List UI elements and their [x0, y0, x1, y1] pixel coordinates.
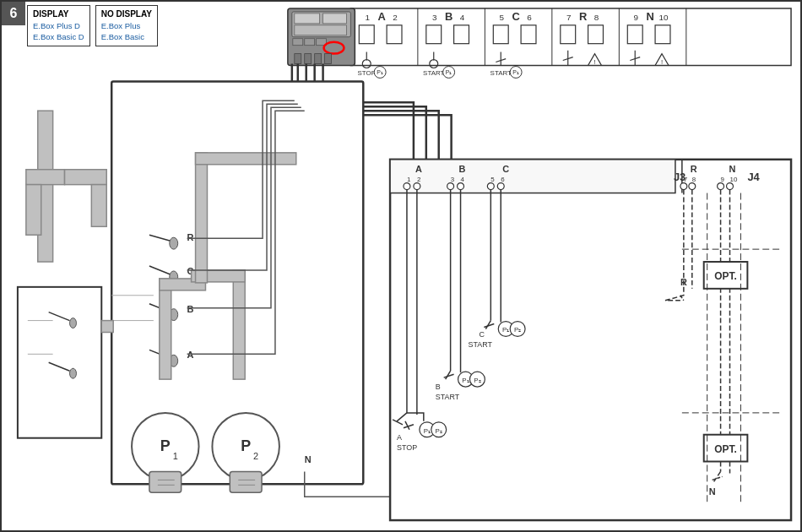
svg-text:5: 5: [499, 13, 504, 22]
main-container: 6 DISPLAY E.Box Plus D E.Box Basic D NO …: [0, 0, 802, 532]
no-display-legend-title: NO DISPLAY: [101, 8, 152, 20]
svg-point-141: [718, 183, 724, 190]
svg-point-137: [689, 183, 696, 190]
svg-rect-22: [387, 25, 402, 44]
svg-text:N: N: [646, 10, 653, 23]
svg-rect-57: [323, 14, 347, 24]
svg-text:P: P: [160, 437, 171, 454]
svg-text:A: A: [377, 10, 385, 23]
svg-text:8: 8: [692, 176, 696, 183]
svg-point-126: [458, 183, 464, 190]
svg-text:C: C: [479, 330, 485, 339]
svg-rect-105: [18, 287, 101, 438]
svg-point-136: [680, 183, 687, 190]
svg-text:4: 4: [461, 176, 465, 183]
svg-text:B: B: [436, 383, 441, 391]
svg-rect-26: [521, 25, 536, 44]
svg-text:B: B: [187, 304, 194, 314]
svg-rect-102: [230, 471, 262, 492]
svg-rect-112: [101, 321, 113, 333]
svg-text:OPT.: OPT.: [714, 270, 736, 282]
page-number: 6: [10, 6, 18, 21]
svg-rect-60: [305, 39, 315, 46]
svg-rect-59: [293, 39, 303, 46]
svg-rect-69: [26, 185, 41, 236]
svg-text:START: START: [436, 393, 460, 401]
svg-rect-89: [233, 270, 245, 379]
legend-area: DISPLAY E.Box Plus D E.Box Basic D NO DI…: [27, 5, 158, 46]
svg-text:OPT.: OPT.: [714, 443, 736, 455]
svg-point-120: [404, 183, 410, 190]
no-display-legend-items: E.Box Plus E.Box Basic: [101, 20, 152, 43]
svg-rect-58: [295, 25, 347, 35]
svg-rect-30: [655, 25, 670, 44]
display-legend-items: E.Box Plus D E.Box Basic D: [33, 20, 84, 43]
svg-text:R: R: [691, 164, 697, 174]
svg-rect-115: [390, 160, 675, 193]
svg-text:6: 6: [501, 176, 505, 183]
svg-text:N: N: [729, 164, 736, 174]
svg-rect-64: [305, 54, 312, 64]
display-legend-title: DISPLAY: [33, 8, 84, 20]
svg-text:C: C: [512, 10, 519, 23]
svg-text:9: 9: [633, 13, 638, 22]
svg-text:4: 4: [460, 13, 465, 22]
svg-rect-21: [359, 25, 374, 44]
svg-point-76: [170, 237, 178, 249]
svg-text:START: START: [423, 69, 444, 77]
svg-point-121: [414, 183, 420, 190]
svg-rect-56: [295, 14, 320, 24]
svg-rect-24: [454, 25, 469, 44]
svg-text:J4: J4: [747, 171, 760, 183]
svg-text:A: A: [415, 164, 422, 174]
svg-text:P₁: P₁: [446, 69, 452, 75]
svg-text:P₁: P₁: [377, 69, 383, 75]
svg-text:STOP: STOP: [358, 69, 376, 77]
diagram-svg: A 1 2 B 3 4 C 5 6 R 7 8 N 9 10: [2, 2, 800, 530]
svg-rect-27: [561, 25, 576, 44]
svg-text:1: 1: [365, 13, 370, 22]
svg-rect-92: [196, 153, 296, 165]
svg-rect-87: [160, 279, 171, 379]
svg-rect-71: [91, 185, 106, 227]
svg-text:!: !: [661, 58, 663, 66]
svg-text:2: 2: [417, 176, 421, 183]
svg-text:STOP: STOP: [397, 443, 417, 452]
svg-text:R: R: [680, 277, 687, 287]
svg-text:P₁: P₁: [502, 326, 509, 334]
svg-text:A: A: [187, 350, 194, 360]
svg-text:5: 5: [490, 176, 495, 183]
svg-rect-28: [588, 25, 604, 44]
svg-rect-65: [315, 54, 322, 64]
svg-text:R: R: [187, 232, 194, 242]
svg-text:P₁: P₁: [462, 377, 469, 384]
svg-text:10: 10: [730, 176, 738, 183]
no-display-legend-box: NO DISPLAY E.Box Plus E.Box Basic: [95, 5, 158, 46]
svg-rect-68: [26, 170, 65, 185]
svg-text:A: A: [397, 433, 402, 442]
svg-text:1: 1: [173, 451, 178, 461]
svg-point-111: [70, 368, 77, 378]
svg-rect-25: [493, 25, 508, 44]
svg-text:6: 6: [527, 13, 532, 22]
svg-text:P₁: P₁: [512, 69, 519, 75]
svg-text:2: 2: [253, 451, 258, 461]
svg-text:N: N: [305, 455, 312, 465]
svg-rect-29: [627, 25, 642, 44]
svg-text:N: N: [709, 486, 716, 497]
svg-text:3: 3: [451, 176, 455, 183]
svg-text:START: START: [468, 340, 492, 349]
svg-text:3: 3: [432, 13, 437, 22]
svg-text:10: 10: [658, 13, 669, 22]
svg-rect-66: [325, 54, 332, 64]
svg-point-125: [447, 183, 454, 190]
svg-text:B: B: [459, 164, 466, 174]
svg-text:7: 7: [684, 176, 688, 183]
svg-text:7: 7: [566, 13, 572, 22]
svg-text:P₁: P₁: [424, 427, 431, 435]
svg-text:P₂: P₂: [514, 326, 521, 334]
svg-text:B: B: [445, 10, 452, 23]
svg-text:R: R: [579, 10, 588, 23]
svg-rect-70: [65, 170, 107, 185]
svg-text:C: C: [502, 164, 509, 174]
